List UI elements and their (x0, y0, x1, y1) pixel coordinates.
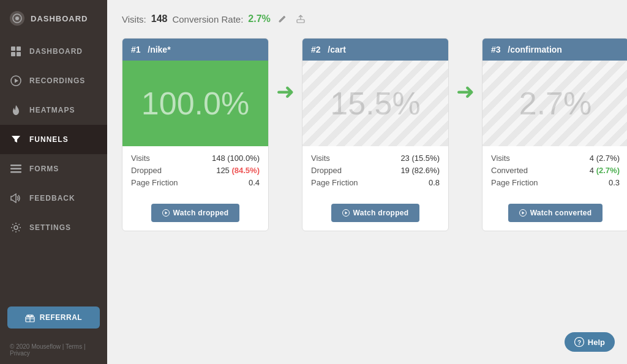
flame-icon (10, 104, 22, 116)
sidebar-item-label: DASHBOARD (29, 47, 83, 56)
help-button[interactable]: ? Help (565, 332, 615, 352)
help-label: Help (588, 338, 605, 347)
watch-btn-label-3: Watch converted (530, 209, 592, 217)
top-bar: Visits: 148 Conversion Rate: 2.7% (122, 12, 612, 26)
card-header-2: #2 /cart (302, 39, 448, 61)
svg-marker-21 (522, 212, 524, 215)
sidebar-item-label: FEEDBACK (29, 194, 75, 202)
stat-row: Converted 4 (2.7%) (491, 166, 620, 175)
stat-row: Dropped 19 (82.6%) (311, 166, 440, 175)
stat-row: Page Friction 0.8 (311, 178, 440, 187)
sidebar-item-label: FUNNELS (29, 135, 69, 144)
svg-marker-19 (345, 212, 347, 215)
card-path-1: /nike* (148, 45, 170, 54)
stat-row: Visits 4 (2.7%) (491, 154, 620, 163)
gift-icon (25, 313, 35, 322)
sidebar-nav: DASHBOARD RECORDINGS HEATMAPS (0, 37, 107, 299)
gear-icon (10, 221, 22, 234)
watch-btn-label-2: Watch dropped (353, 209, 409, 217)
svg-rect-2 (11, 46, 15, 51)
visits-label: Visits: (122, 14, 146, 24)
referral-label: REFERRAL (40, 313, 82, 322)
watch-dropped-button-2[interactable]: Watch dropped (331, 204, 420, 222)
svg-text:?: ? (577, 340, 581, 346)
referral-button[interactable]: REFERRAL (7, 306, 100, 329)
sidebar-item-recordings[interactable]: RECORDINGS (0, 66, 107, 95)
conversion-label: Conversion Rate: (172, 14, 243, 24)
card-visual-1: 100.0% (122, 61, 268, 146)
funnel-card-1: #1 /nike* 100.0% Visits 148 (100.0%) Dro… (122, 38, 269, 231)
sidebar-item-label: RECORDINGS (29, 76, 85, 85)
card-body-1: Visits 148 (100.0%) Dropped 125 (84.5%) … (122, 146, 268, 198)
card-pct-1: 100.0% (141, 85, 249, 122)
sidebar-logo: DASHBOARD (0, 0, 107, 37)
svg-rect-4 (11, 52, 15, 56)
svg-point-12 (14, 226, 18, 229)
svg-rect-10 (10, 171, 21, 173)
stat-row: Visits 148 (100.0%) (131, 154, 260, 163)
svg-rect-15 (297, 20, 304, 23)
arrow-right-icon-2: ➜ (456, 81, 475, 103)
card-visual-2: 15.5% (302, 61, 448, 146)
filter-icon (10, 133, 22, 146)
arrow-2: ➜ (449, 38, 482, 103)
watch-dropped-button-1[interactable]: Watch dropped (151, 204, 240, 222)
grid-icon (10, 45, 22, 58)
sidebar-item-label: HEATMAPS (29, 106, 75, 114)
card-header-1: #1 /nike* (122, 39, 268, 61)
card-header-3: #3 /confirmation (482, 39, 627, 61)
card-action-1: Watch dropped (122, 198, 268, 231)
svg-rect-9 (10, 168, 21, 170)
main-content: Visits: 148 Conversion Rate: 2.7% #1 /ni… (107, 0, 627, 364)
card-rank-2: #2 (311, 45, 321, 54)
svg-marker-7 (15, 79, 18, 83)
visits-value: 148 (151, 13, 168, 24)
svg-rect-3 (17, 46, 21, 51)
card-action-2: Watch dropped (302, 198, 448, 231)
sidebar-item-settings[interactable]: SETTINGS (0, 213, 107, 242)
sidebar-logo-text: DASHBOARD (31, 14, 88, 23)
card-pct-3: 2.7% (519, 85, 592, 122)
stat-row: Page Friction 0.4 (131, 178, 260, 187)
stat-row: Page Friction 0.3 (491, 178, 620, 187)
sidebar-item-label: FORMS (29, 165, 59, 173)
edit-icon[interactable] (276, 12, 289, 26)
sidebar-item-label: SETTINGS (29, 223, 71, 232)
card-action-3: Watch converted (482, 198, 627, 231)
svg-rect-5 (17, 52, 21, 56)
card-body-3: Visits 4 (2.7%) Converted 4 (2.7%) Page … (482, 146, 627, 198)
card-visual-3: 2.7% (482, 61, 627, 146)
funnel-card-3: #3 /confirmation 2.7% Visits 4 (2.7%) Co… (482, 38, 627, 231)
logo-icon (10, 11, 24, 26)
svg-rect-8 (10, 165, 21, 166)
svg-point-1 (15, 17, 19, 20)
svg-marker-11 (11, 194, 16, 202)
svg-marker-17 (165, 212, 167, 215)
conversion-rate-value: 2.7% (248, 13, 270, 24)
sidebar-item-heatmaps[interactable]: HEATMAPS (0, 95, 107, 125)
stat-row: Dropped 125 (84.5%) (131, 166, 260, 175)
sidebar-footer: © 2020 Mouseflow | Terms | Privacy (0, 336, 107, 364)
card-path-2: /cart (328, 45, 346, 54)
arrow-right-icon: ➜ (276, 81, 295, 103)
funnel-card-2: #2 /cart 15.5% Visits 23 (15.5%) Dropped… (302, 38, 449, 231)
sidebar-item-feedback[interactable]: FEEDBACK (0, 184, 107, 213)
stat-row: Visits 23 (15.5%) (311, 154, 440, 163)
watch-btn-label-1: Watch dropped (173, 209, 229, 217)
export-icon[interactable] (294, 12, 307, 26)
play-icon (10, 75, 22, 87)
watch-converted-button[interactable]: Watch converted (508, 204, 603, 222)
sidebar-item-dashboard[interactable]: DASHBOARD (0, 37, 107, 66)
sidebar-item-forms[interactable]: FORMS (0, 154, 107, 184)
card-pct-2: 15.5% (330, 85, 420, 122)
sidebar-item-funnels[interactable]: FUNNELS (0, 125, 107, 154)
list-icon (10, 163, 22, 175)
card-rank-3: #3 (491, 45, 501, 54)
arrow-1: ➜ (269, 38, 302, 103)
sidebar: DASHBOARD DASHBOARD RECORDI (0, 0, 107, 364)
card-rank-1: #1 (131, 45, 141, 54)
card-path-3: /confirmation (508, 45, 562, 54)
speaker-icon (10, 192, 22, 204)
funnel-container: #1 /nike* 100.0% Visits 148 (100.0%) Dro… (122, 38, 612, 352)
card-body-2: Visits 23 (15.5%) Dropped 19 (82.6%) Pag… (302, 146, 448, 198)
